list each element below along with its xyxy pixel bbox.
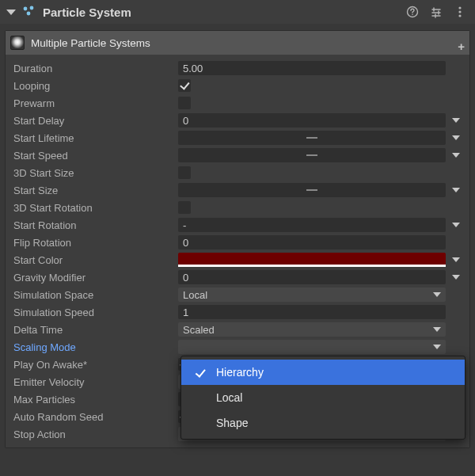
label-looping: Looping	[13, 80, 178, 92]
dropdown-item-label: Local	[216, 391, 242, 404]
row-simulation-speed: Simulation Speed	[7, 303, 469, 321]
label-prewarm: Prewarm	[13, 97, 178, 109]
3d-start-rotation-checkbox[interactable]	[178, 201, 191, 214]
module-title: Multiple Particle Systems	[31, 37, 150, 49]
svg-point-0	[24, 7, 28, 11]
flip-rotation-input[interactable]	[178, 235, 446, 249]
delta-time-select[interactable]: Scaled	[178, 322, 446, 337]
row-duration: Duration	[7, 59, 469, 77]
start-color-mode-icon[interactable]	[452, 257, 460, 262]
looping-checkbox[interactable]	[178, 79, 191, 92]
label-simulation-speed: Simulation Speed	[13, 307, 178, 318]
delta-time-value: Scaled	[183, 324, 215, 336]
context-menu-icon[interactable]	[451, 3, 469, 21]
label-stop-action: Stop Action	[13, 428, 178, 440]
label-delta-time: Delta Time	[13, 324, 178, 336]
label-start-delay: Start Delay	[13, 115, 178, 127]
help-icon[interactable]	[404, 3, 421, 21]
chevron-down-icon	[433, 292, 441, 297]
chevron-down-icon	[433, 345, 441, 349]
start-delay-input[interactable]	[178, 113, 446, 128]
gravity-modifier-input[interactable]	[178, 270, 446, 284]
start-delay-mode-icon[interactable]	[452, 118, 460, 123]
svg-point-1	[30, 6, 34, 10]
label-start-lifetime: Start Lifetime	[13, 132, 178, 144]
row-start-size: Start Size	[7, 181, 469, 199]
label-max-particles: Max Particles	[13, 394, 178, 406]
dropdown-item-local[interactable]: Local	[181, 385, 465, 410]
component-header: Particle System	[0, 0, 475, 24]
svg-point-6	[458, 10, 461, 13]
gravity-modifier-mode-icon[interactable]	[452, 275, 460, 280]
start-speed-field[interactable]	[178, 148, 446, 162]
chevron-down-icon	[433, 327, 441, 332]
module-header[interactable]: Multiple Particle Systems +	[6, 31, 469, 55]
foldout-icon[interactable]	[6, 10, 16, 15]
particle-system-icon	[22, 5, 36, 19]
label-scaling-mode: Scaling Mode	[13, 341, 178, 353]
dropdown-item-shape[interactable]: Shape	[181, 410, 465, 436]
svg-point-7	[458, 14, 461, 17]
label-duration: Duration	[13, 63, 178, 74]
start-size-mode-icon[interactable]	[452, 188, 460, 192]
label-auto-random-seed: Auto Random Seed	[13, 411, 178, 423]
row-prewarm: Prewarm	[7, 94, 469, 112]
start-rotation-mode-icon[interactable]	[452, 223, 460, 227]
start-color-swatch[interactable]	[178, 253, 446, 267]
start-lifetime-mode-icon[interactable]	[452, 135, 460, 140]
row-flip-rotation: Flip Rotation	[7, 234, 469, 251]
prewarm-checkbox[interactable]	[178, 97, 191, 109]
simulation-space-value: Local	[183, 289, 207, 301]
row-delta-time: Delta Time Scaled	[7, 321, 469, 338]
start-size-field[interactable]	[178, 183, 446, 197]
simulation-space-select[interactable]: Local	[178, 288, 446, 302]
row-looping: Looping	[7, 77, 469, 94]
3d-start-size-checkbox[interactable]	[178, 166, 191, 179]
row-gravity-modifier: Gravity Modifier	[7, 268, 469, 286]
label-start-color: Start Color	[13, 254, 178, 266]
svg-point-2	[27, 12, 31, 16]
label-gravity-modifier: Gravity Modifier	[13, 272, 178, 284]
check-icon	[196, 370, 207, 375]
label-simulation-space: Simulation Space	[13, 289, 178, 301]
component-title: Particle System	[43, 6, 131, 19]
svg-point-4	[412, 14, 413, 16]
scaling-mode-dropdown: Hierarchy Local Shape	[180, 356, 466, 440]
dropdown-item-hierarchy[interactable]: Hierarchy	[181, 360, 465, 385]
label-start-rotation: Start Rotation	[13, 219, 178, 231]
label-3d-start-size: 3D Start Size	[13, 167, 178, 179]
row-start-rotation: Start Rotation	[7, 216, 469, 234]
duration-input[interactable]	[178, 61, 446, 75]
row-start-color: Start Color	[7, 251, 469, 268]
label-flip-rotation: Flip Rotation	[13, 237, 178, 249]
row-scaling-mode: Scaling Mode	[7, 338, 469, 356]
start-speed-mode-icon[interactable]	[452, 153, 460, 158]
row-3d-start-rotation: 3D Start Rotation	[7, 199, 469, 216]
simulation-speed-input[interactable]	[178, 305, 446, 319]
dropdown-item-label: Shape	[216, 417, 248, 429]
label-start-size: Start Size	[13, 185, 178, 196]
row-3d-start-size: 3D Start Size	[7, 164, 469, 181]
add-module-icon[interactable]: +	[458, 40, 465, 53]
row-start-lifetime: Start Lifetime	[7, 129, 469, 147]
label-3d-start-rotation: 3D Start Rotation	[13, 202, 178, 214]
label-start-speed: Start Speed	[13, 150, 178, 162]
module-thumbnail-icon	[10, 36, 25, 50]
preset-icon[interactable]	[428, 3, 445, 21]
svg-point-5	[458, 6, 461, 9]
start-lifetime-field[interactable]	[178, 131, 446, 145]
row-start-speed: Start Speed	[7, 147, 469, 164]
row-start-delay: Start Delay	[7, 112, 469, 129]
scaling-mode-select[interactable]	[178, 340, 446, 354]
label-emitter-velocity: Emitter Velocity	[13, 376, 178, 388]
start-rotation-input[interactable]	[178, 218, 446, 232]
row-simulation-space: Simulation Space Local	[7, 286, 469, 303]
dropdown-item-label: Hierarchy	[216, 366, 264, 379]
label-play-on-awake: Play On Awake*	[13, 359, 178, 371]
